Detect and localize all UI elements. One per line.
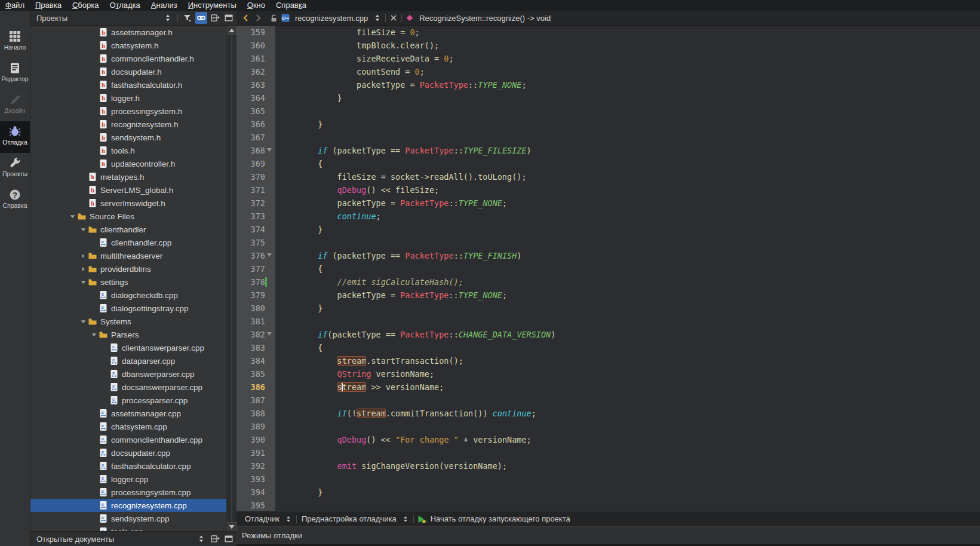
- fold-marker-icon[interactable]: [267, 332, 272, 336]
- tree-row[interactable]: Parsers: [30, 328, 237, 341]
- debug-preset-combo[interactable]: Преднастройка отладчика: [302, 514, 397, 523]
- chevron-right-icon[interactable]: [78, 264, 88, 274]
- tree-row[interactable]: cdbanswerparser.cpp: [30, 367, 237, 381]
- tree-row[interactable]: hsendsystem.h: [30, 131, 237, 144]
- tree-row[interactable]: cfasthashcalculator.cpp: [30, 459, 237, 473]
- collapse-panel-icon[interactable]: [223, 533, 235, 545]
- line-number[interactable]: 376: [236, 249, 265, 262]
- tree-row[interactable]: ccommonclienthandler.cpp: [30, 433, 237, 446]
- current-line-number[interactable]: 386: [236, 381, 265, 394]
- debugger-combo[interactable]: Отладчик: [245, 514, 279, 523]
- line-number[interactable]: 372: [236, 197, 265, 210]
- tree-row[interactable]: hdocsupdater.h: [30, 65, 237, 78]
- chevron-down-icon[interactable]: [67, 211, 77, 221]
- tree-row[interactable]: providerdblms: [30, 262, 237, 275]
- filter-icon[interactable]: [182, 12, 193, 24]
- line-number[interactable]: 388: [236, 407, 265, 420]
- tree-row[interactable]: settings: [30, 275, 237, 289]
- panel-switch-icon[interactable]: [195, 533, 207, 545]
- collapse-panel-icon[interactable]: [223, 12, 235, 24]
- chevron-down-icon[interactable]: [78, 317, 88, 326]
- tree-scrollbar[interactable]: [226, 26, 237, 533]
- tree-row[interactable]: Source Files: [30, 210, 237, 223]
- line-number[interactable]: 380: [236, 302, 265, 315]
- start-debug-icon[interactable]: [416, 513, 428, 525]
- tree-row[interactable]: hupdatecontroller.h: [30, 157, 237, 170]
- tree-row[interactable]: hchatsystem.h: [30, 39, 237, 52]
- menu-item-window[interactable]: Окно: [242, 0, 271, 11]
- line-number[interactable]: 391: [236, 446, 265, 459]
- line-number[interactable]: 389: [236, 420, 265, 433]
- line-number[interactable]: 377: [236, 262, 265, 275]
- tree-row[interactable]: multithreadserver: [30, 249, 237, 262]
- tree-row[interactable]: htools.h: [30, 144, 237, 157]
- line-number[interactable]: 363: [236, 78, 265, 91]
- menu-item-help[interactable]: Справка: [271, 0, 312, 11]
- panel-switch-icon[interactable]: [162, 12, 174, 24]
- tree-row[interactable]: cdialogcheckdb.cpp: [30, 289, 237, 302]
- chevron-down-icon[interactable]: [78, 225, 88, 234]
- document-switch-icon[interactable]: [371, 12, 383, 24]
- line-number[interactable]: 364: [236, 91, 265, 105]
- close-document-icon[interactable]: [388, 12, 400, 24]
- preset-combo-arrows-icon[interactable]: [400, 513, 411, 525]
- line-number[interactable]: 373: [236, 210, 265, 223]
- line-number[interactable]: 387: [236, 394, 265, 407]
- lock-icon[interactable]: [268, 12, 279, 24]
- line-number[interactable]: 394: [236, 486, 265, 499]
- line-number[interactable]: 390: [236, 433, 265, 446]
- tree-row[interactable]: cdocsupdater.cpp: [30, 446, 237, 459]
- line-number[interactable]: 381: [236, 315, 265, 328]
- tree-row[interactable]: Systems: [30, 315, 237, 328]
- start-debug-button[interactable]: Начать отладку запускающего проекта: [431, 514, 570, 523]
- line-number[interactable]: 369: [236, 157, 265, 170]
- go-forward-icon[interactable]: [252, 12, 264, 24]
- line-number[interactable]: 392: [236, 459, 265, 473]
- menu-item-build[interactable]: Сборка: [67, 0, 105, 11]
- line-number[interactable]: 366: [236, 118, 265, 131]
- tree-row[interactable]: hlogger.h: [30, 91, 237, 105]
- fold-marker-icon[interactable]: [267, 148, 272, 152]
- line-number[interactable]: 359: [236, 26, 265, 39]
- tree-row[interactable]: cchatsystem.cpp: [30, 420, 237, 433]
- line-number[interactable]: 362: [236, 65, 265, 78]
- menu-item-edit[interactable]: Правка: [30, 0, 67, 11]
- mode-tab-design[interactable]: Дизайн: [0, 90, 30, 121]
- tree-row[interactable]: hmetatypes.h: [30, 170, 237, 183]
- line-number[interactable]: 365: [236, 105, 265, 118]
- line-number[interactable]: 383: [236, 341, 265, 354]
- split-panel-icon[interactable]: [209, 533, 221, 545]
- line-number[interactable]: 374: [236, 223, 265, 236]
- line-number[interactable]: 385: [236, 367, 265, 381]
- debugger-combo-arrows-icon[interactable]: [282, 513, 294, 525]
- tree-row[interactable]: cclienthandler.cpp: [30, 236, 237, 249]
- line-number[interactable]: 361: [236, 52, 265, 65]
- tree-row[interactable]: hserverlmswidget.h: [30, 197, 237, 210]
- chevron-right-icon[interactable]: [78, 251, 88, 260]
- tree-row[interactable]: hServerLMS_global.h: [30, 183, 237, 197]
- tree-row[interactable]: csendsystem.cpp: [30, 512, 237, 525]
- line-number[interactable]: 370: [236, 170, 265, 183]
- tree-row[interactable]: cassetsmanager.cpp: [30, 407, 237, 420]
- tree-row[interactable]: hprocessingsystem.h: [30, 105, 237, 118]
- line-number[interactable]: 393: [236, 473, 265, 486]
- split-panel-icon[interactable]: [209, 12, 221, 24]
- line-number[interactable]: 378: [236, 275, 265, 289]
- scroll-down-icon[interactable]: [227, 522, 236, 531]
- current-symbol[interactable]: RecognizeSystem::recognize() -> void: [419, 14, 551, 23]
- line-number[interactable]: 382: [236, 328, 265, 341]
- line-number[interactable]: 375: [236, 236, 265, 249]
- tree-row[interactable]: clogger.cpp: [30, 473, 237, 486]
- tree-row[interactable]: cdataparser.cpp: [30, 354, 237, 367]
- line-number[interactable]: 395: [236, 499, 265, 511]
- tree-row[interactable]: hfasthashcalculator.h: [30, 78, 237, 91]
- open-file-name[interactable]: recognizesystem.cpp: [295, 14, 368, 23]
- mode-tab-projects[interactable]: Проекты: [0, 153, 30, 185]
- chevron-down-icon[interactable]: [89, 330, 99, 339]
- go-back-icon[interactable]: [240, 12, 252, 24]
- mode-tab-welcome[interactable]: Начало: [0, 26, 30, 58]
- project-tree[interactable]: hassetsmanager.hhchatsystem.hhcommonclie…: [30, 26, 237, 533]
- menu-item-tools[interactable]: Инструменты: [183, 0, 242, 11]
- line-number[interactable]: 371: [236, 183, 265, 197]
- tree-row[interactable]: cprocessparser.cpp: [30, 394, 237, 407]
